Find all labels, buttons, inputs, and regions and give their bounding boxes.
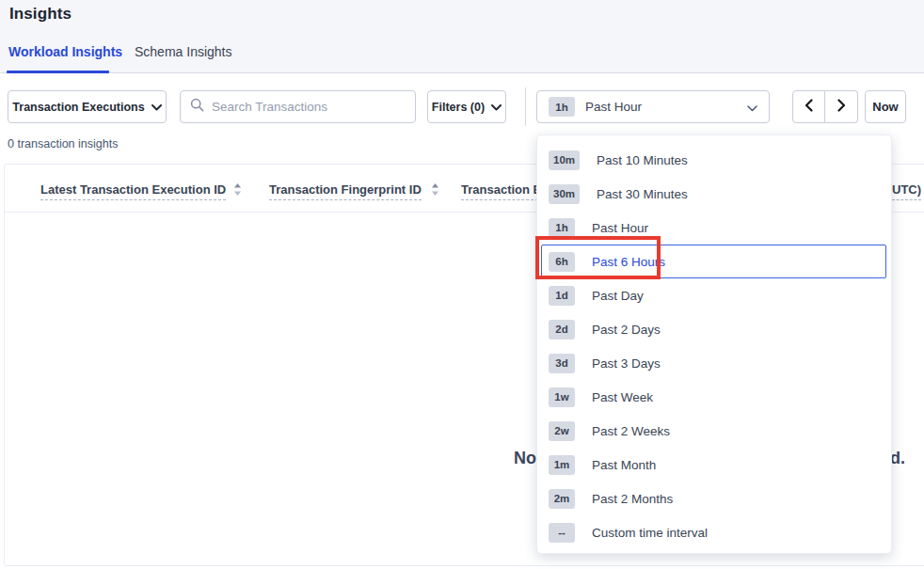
time-option-badge: 1d — [549, 286, 575, 306]
time-option-badge: 1w — [549, 387, 575, 407]
time-option-past-month[interactable]: 1m Past Month — [537, 448, 891, 482]
time-option-badge: 10m — [549, 150, 580, 170]
time-option-past-10-minutes[interactable]: 10m Past 10 Minutes — [537, 143, 891, 177]
time-option-label: Past 2 Months — [592, 492, 673, 506]
filters-label: Filters (0) — [432, 101, 485, 114]
time-option-custom-time-interval[interactable]: -- Custom time interval — [537, 515, 891, 549]
chevron-down-icon — [491, 101, 502, 114]
filters-button[interactable]: Filters (0) — [427, 90, 506, 123]
time-option-past-3-days[interactable]: 3d Past 3 Days — [537, 346, 891, 380]
insight-type-dropdown-button[interactable]: Transaction Executions — [8, 90, 167, 123]
time-option-badge: 1h — [549, 218, 575, 238]
time-option-past-2-days[interactable]: 2d Past 2 Days — [537, 312, 891, 346]
time-option-past-30-minutes[interactable]: 30m Past 30 Minutes — [537, 177, 891, 211]
time-option-label: Past 2 Weeks — [592, 424, 670, 438]
time-option-label: Custom time interval — [592, 526, 708, 540]
time-option-past-day[interactable]: 1d Past Day — [537, 278, 891, 312]
chevron-down-icon — [151, 101, 162, 114]
time-option-label: Past 3 Days — [592, 356, 661, 371]
time-option-badge: 2d — [549, 320, 575, 340]
time-option-badge: 30m — [549, 184, 580, 204]
next-interval-button[interactable] — [825, 90, 858, 123]
time-interval-dropdown-menu: 10m Past 10 Minutes 30m Past 30 Minutes … — [536, 134, 892, 554]
time-option-badge: 1m — [549, 455, 575, 475]
time-option-label: Past Day — [592, 289, 644, 303]
column-header-transaction-execution[interactable]: Transaction Ex — [461, 182, 548, 200]
tab-schema-insights[interactable]: Schema Insights — [135, 44, 232, 59]
time-option-badge: 2m — [549, 489, 575, 509]
insights-count-text: 0 transaction insights — [8, 137, 118, 150]
column-header-transaction-fingerprint-id[interactable]: Transaction Fingerprint ID — [269, 182, 422, 200]
time-option-past-week[interactable]: 1w Past Week — [537, 380, 891, 414]
sort-icon[interactable] — [233, 182, 242, 200]
now-button[interactable]: Now — [865, 90, 906, 123]
page-header: Insights Workload Insights Schema Insigh… — [0, 0, 924, 73]
column-header-start-time-utc[interactable]: UTC) — [892, 182, 921, 200]
time-option-past-2-months[interactable]: 2m Past 2 Months — [537, 482, 891, 515]
sort-icon[interactable] — [431, 182, 439, 200]
time-option-past-hour[interactable]: 1h Past Hour — [537, 211, 891, 245]
search-input[interactable] — [212, 100, 406, 114]
previous-interval-button[interactable] — [792, 90, 825, 123]
time-option-label: Past Week — [592, 390, 653, 404]
page-title: Insights — [9, 5, 72, 24]
toolbar-divider — [525, 87, 526, 126]
time-option-badge: 3d — [549, 354, 575, 373]
time-option-past-6-hours[interactable]: 6h Past 6 Hours — [537, 245, 891, 278]
search-icon — [190, 98, 204, 116]
insights-page: Insights Workload Insights Schema Insigh… — [0, 0, 924, 569]
chevron-down-icon — [747, 99, 757, 116]
now-label: Now — [872, 100, 898, 114]
column-header-latest-transaction-execution-id[interactable]: Latest Transaction Execution ID — [40, 182, 226, 200]
insight-type-label: Transaction Executions — [12, 101, 144, 114]
time-option-label: Past 6 Hours — [592, 255, 665, 269]
chevron-right-icon — [837, 99, 846, 116]
time-option-label: Past Hour — [592, 221, 648, 235]
active-tab-underline — [7, 71, 109, 73]
search-box — [180, 90, 416, 123]
time-option-label: Past 10 Minutes — [597, 153, 688, 167]
time-option-badge: 2w — [549, 421, 575, 441]
time-interval-picker[interactable]: 1h Past Hour — [536, 90, 770, 123]
time-option-label: Past 30 Minutes — [597, 187, 688, 201]
time-interval-badge: 1h — [549, 97, 575, 117]
time-option-label: Past 2 Days — [592, 323, 661, 337]
time-option-label: Past Month — [592, 458, 656, 472]
time-option-badge: -- — [549, 523, 575, 543]
time-option-past-2-weeks[interactable]: 2w Past 2 Weeks — [537, 414, 891, 448]
tab-workload-insights[interactable]: Workload Insights — [8, 44, 122, 59]
chevron-left-icon — [805, 99, 813, 116]
time-interval-label: Past Hour — [585, 100, 642, 114]
time-window-pager — [792, 90, 858, 123]
time-option-badge: 6h — [549, 252, 575, 272]
